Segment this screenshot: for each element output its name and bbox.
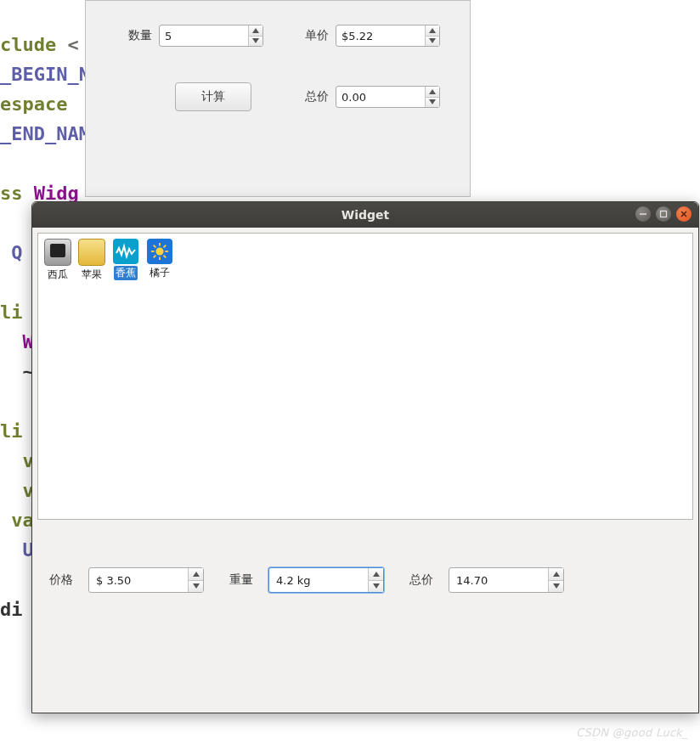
price-spinbox[interactable]	[88, 567, 204, 593]
weight-down-icon[interactable]	[369, 580, 383, 593]
total2-input[interactable]	[449, 568, 548, 592]
unitprice-label: 单价	[305, 28, 329, 43]
calc-button[interactable]: 计算	[175, 82, 251, 111]
phone-icon	[44, 239, 71, 266]
list-item-watermelon[interactable]: 西瓜	[43, 239, 72, 282]
window-title: Widget	[342, 208, 389, 222]
svg-line-9	[154, 256, 156, 258]
total-up-icon[interactable]	[426, 87, 439, 97]
titlebar[interactable]: Widget	[32, 202, 698, 228]
list-item-apple[interactable]: 苹果	[77, 239, 106, 282]
total-label: 总价	[305, 89, 329, 104]
total-down-icon[interactable]	[426, 97, 439, 108]
list-item-label: 橘子	[148, 266, 172, 280]
calc-dialog: 数量 单价 计算 总价	[85, 0, 471, 197]
fruit-listview[interactable]: 西瓜 苹果 香蕉 橘子	[37, 233, 693, 520]
svg-line-10	[164, 245, 167, 248]
svg-line-8	[164, 256, 167, 258]
minimize-button[interactable]	[635, 206, 651, 222]
list-item-banana[interactable]: 香蕉	[111, 239, 140, 282]
wave-icon	[113, 239, 138, 264]
total-spinbox[interactable]	[336, 86, 440, 108]
list-item-label: 香蕉	[114, 266, 138, 280]
notepad-icon	[78, 239, 105, 266]
weight-up-icon[interactable]	[369, 568, 383, 580]
qty-input[interactable]	[160, 25, 248, 46]
list-item-label: 西瓜	[46, 268, 70, 282]
svg-line-7	[154, 245, 156, 248]
qty-label: 数量	[128, 28, 152, 43]
price-down-icon[interactable]	[189, 580, 203, 593]
sun-icon	[147, 239, 172, 264]
price-label: 价格	[49, 572, 73, 588]
total2-down-icon[interactable]	[549, 580, 563, 593]
qty-up-icon[interactable]	[249, 25, 262, 36]
weight-input[interactable]	[269, 568, 368, 592]
list-item-label: 苹果	[80, 268, 104, 282]
price-up-icon[interactable]	[189, 568, 203, 580]
svg-rect-0	[640, 213, 646, 215]
list-item-orange[interactable]: 橘子	[145, 239, 174, 282]
total2-label: 总价	[409, 572, 433, 588]
unitprice-input[interactable]	[336, 25, 425, 46]
maximize-button[interactable]	[656, 206, 671, 222]
weight-label: 重量	[229, 572, 253, 588]
price-input[interactable]	[89, 568, 188, 592]
svg-point-2	[155, 247, 163, 255]
widget-window: Widget 西瓜 苹果 香蕉	[31, 201, 699, 713]
svg-rect-1	[661, 211, 667, 217]
qty-spinbox[interactable]	[159, 25, 263, 47]
unitprice-up-icon[interactable]	[426, 25, 439, 36]
total-input[interactable]	[336, 87, 425, 107]
weight-spinbox[interactable]	[268, 567, 384, 593]
watermark: CSDN @good Luck_	[576, 726, 688, 739]
unitprice-down-icon[interactable]	[426, 36, 439, 47]
total2-up-icon[interactable]	[549, 568, 563, 580]
close-button[interactable]	[676, 206, 692, 222]
qty-down-icon[interactable]	[249, 36, 262, 47]
unitprice-spinbox[interactable]	[336, 25, 440, 47]
total2-spinbox[interactable]	[449, 567, 564, 593]
